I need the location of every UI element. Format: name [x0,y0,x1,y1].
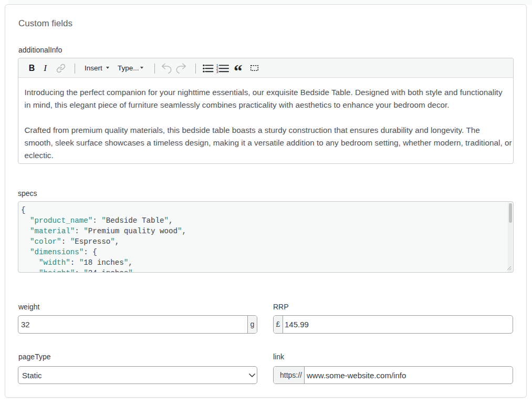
svg-text:3: 3 [216,70,218,74]
